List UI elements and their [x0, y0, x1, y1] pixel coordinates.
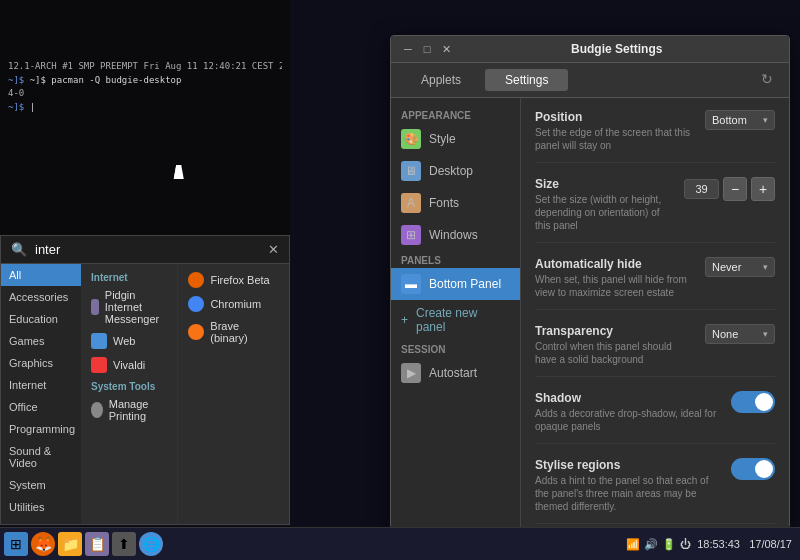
pidgin-label: Pidgin Internet Messenger [105, 289, 168, 325]
stylise-desc: Adds a hint to the panel so that each of… [535, 474, 721, 513]
terminal-content: 12.1-ARCH #1 SMP PREEMPT Fri Aug 11 12:4… [0, 0, 290, 122]
nav-desktop-label: Desktop [429, 164, 473, 178]
taskbar-app4-icon[interactable]: ⬆ [112, 532, 136, 556]
category-system[interactable]: System [1, 474, 81, 496]
nav-section-appearance: Appearance [391, 106, 520, 123]
category-sound-video[interactable]: Sound & Video [1, 440, 81, 474]
size-increase-button[interactable]: + [751, 177, 775, 201]
setting-transparency: Transparency Control when this panel sho… [535, 324, 775, 377]
taskbar-firefox-icon[interactable]: 🦊 [31, 532, 55, 556]
nav-item-desktop[interactable]: 🖥 Desktop [391, 155, 520, 187]
firefox-icon [188, 272, 204, 288]
nav-item-bottom-panel[interactable]: ▬ Bottom Panel [391, 268, 520, 300]
taskbar-app3-icon[interactable]: 📋 [85, 532, 109, 556]
window-minimize-button[interactable]: ─ [401, 44, 415, 55]
taskbar-left[interactable]: ⊞ 🦊 📁 📋 ⬆ 🌐 [0, 532, 167, 556]
category-games[interactable]: Games [1, 330, 81, 352]
position-dropdown[interactable]: Bottom ▾ [705, 110, 775, 130]
mouse-cursor [175, 165, 187, 183]
position-desc: Set the edge of the screen that this pan… [535, 126, 695, 152]
firefox-label: Firefox Beta [210, 274, 269, 286]
window-controls[interactable]: ─ □ ✕ [401, 44, 454, 55]
speaker-icon: 🔊 [644, 538, 658, 551]
shadow-toggle[interactable]: ON [731, 391, 775, 413]
chevron-down-icon: ▾ [763, 329, 768, 339]
panel-nav[interactable]: Appearance 🎨 Style 🖥 Desktop A Fonts ⊞ W… [391, 98, 521, 528]
power-icon: ⏻ [680, 538, 691, 550]
app-printing[interactable]: Manage Printing [81, 394, 177, 426]
transparency-dropdown[interactable]: None ▾ [705, 324, 775, 344]
nav-fonts-label: Fonts [429, 196, 459, 210]
transparency-desc: Control when this panel should have a so… [535, 340, 695, 366]
setting-size: Size Set the size (width or height, depe… [535, 177, 775, 243]
nav-style-label: Style [429, 132, 456, 146]
menu-section-right: Firefox Beta Chromium Brave (binary) [177, 264, 289, 524]
category-office[interactable]: Office [1, 396, 81, 418]
transparency-control[interactable]: None ▾ [705, 324, 775, 344]
nav-item-fonts[interactable]: A Fonts [391, 187, 520, 219]
size-control[interactable]: 39 − + [684, 177, 775, 201]
search-clear-icon[interactable]: ✕ [268, 242, 279, 257]
budgie-settings-window[interactable]: ─ □ ✕ Budgie Settings Applets Settings ↻… [390, 35, 790, 529]
window-close-button[interactable]: ✕ [439, 44, 454, 55]
add-panel-icon: + [401, 313, 408, 327]
taskbar: ⊞ 🦊 📁 📋 ⬆ 🌐 📶 🔊 🔋 ⏻ 18:53:43 17/08/17 [0, 527, 800, 560]
auto-hide-dropdown[interactable]: Never ▾ [705, 257, 775, 277]
category-accessories[interactable]: Accessories [1, 286, 81, 308]
chevron-down-icon: ▾ [763, 262, 768, 272]
term-line-2: ~]$ ~]$ pacman -Q budgie-desktop [8, 74, 282, 88]
category-education[interactable]: Education [1, 308, 81, 330]
position-control[interactable]: Bottom ▾ [705, 110, 775, 130]
app-pidgin[interactable]: Pidgin Internet Messenger [81, 285, 177, 329]
shadow-control[interactable]: ON [731, 391, 775, 413]
category-internet[interactable]: Internet [1, 374, 81, 396]
app-menu[interactable]: 🔍 ✕ All Accessories Education Games Grap… [0, 235, 290, 525]
app-vivaldi[interactable]: Vivaldi [81, 353, 177, 377]
category-utilities[interactable]: Utilities [1, 496, 81, 518]
search-bar[interactable]: 🔍 ✕ [1, 236, 289, 264]
taskbar-start-icon[interactable]: ⊞ [4, 532, 28, 556]
tab-applets[interactable]: Applets [401, 69, 481, 91]
category-programming[interactable]: Programming [1, 418, 81, 440]
category-other[interactable]: Other [1, 518, 81, 524]
nav-item-autostart[interactable]: ▶ Autostart [391, 357, 520, 389]
search-input[interactable] [35, 242, 260, 257]
category-all[interactable]: All [1, 264, 81, 286]
clock-date: 17/08/17 [749, 538, 792, 550]
app-firefox-beta[interactable]: Firefox Beta [178, 268, 289, 292]
nav-section-session: Session [391, 340, 520, 357]
menu-section-internet: Internet Pidgin Internet Messenger Web V… [81, 264, 177, 524]
desktop-icon: 🖥 [401, 161, 421, 181]
vivaldi-label: Vivaldi [113, 359, 145, 371]
app-brave[interactable]: Brave (binary) [178, 316, 289, 348]
battery-icon: 🔋 [662, 538, 676, 551]
taskbar-network-icon[interactable]: 🌐 [139, 532, 163, 556]
size-value: 39 [684, 179, 719, 199]
chromium-label: Chromium [210, 298, 261, 310]
network-signal-icon: 📶 [626, 538, 640, 551]
menu-categories[interactable]: All Accessories Education Games Graphics… [1, 264, 81, 524]
windows-icon: ⊞ [401, 225, 421, 245]
taskbar-files-icon[interactable]: 📁 [58, 532, 82, 556]
window-title: Budgie Settings [454, 42, 779, 56]
category-graphics[interactable]: Graphics [1, 352, 81, 374]
chevron-down-icon: ▾ [763, 115, 768, 125]
refresh-icon[interactable]: ↻ [755, 69, 779, 91]
nav-item-style[interactable]: 🎨 Style [391, 123, 520, 155]
system-tray[interactable]: 📶 🔊 🔋 ⏻ [626, 538, 691, 551]
window-tabs[interactable]: Applets Settings ↻ [391, 63, 789, 98]
app-chromium[interactable]: Chromium [178, 292, 289, 316]
tab-settings[interactable]: Settings [485, 69, 568, 91]
nav-create-panel-button[interactable]: + Create new panel [391, 300, 520, 340]
app-web[interactable]: Web [81, 329, 177, 353]
term-line-4: ~]$ | [8, 101, 282, 115]
size-decrease-button[interactable]: − [723, 177, 747, 201]
term-line-3: 4-0 [8, 87, 282, 101]
clock-time: 18:53:43 [697, 538, 740, 550]
auto-hide-control[interactable]: Never ▾ [705, 257, 775, 277]
nav-section-panels: Panels [391, 251, 520, 268]
window-maximize-button[interactable]: □ [421, 44, 434, 55]
stylise-toggle[interactable]: ON [731, 458, 775, 480]
stylise-control[interactable]: ON [731, 458, 775, 480]
nav-item-windows[interactable]: ⊞ Windows [391, 219, 520, 251]
